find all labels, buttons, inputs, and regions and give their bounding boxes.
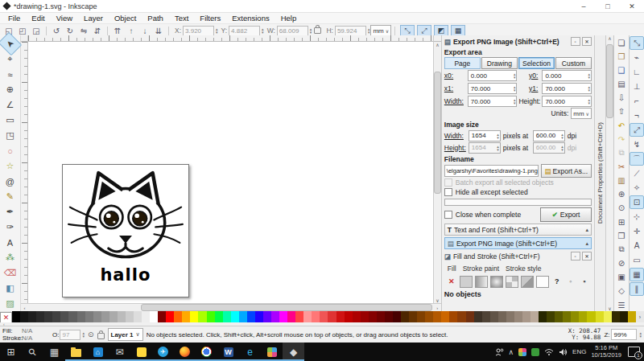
swatch-46[interactable] — [385, 311, 393, 322]
swatch-72[interactable] — [596, 311, 604, 322]
opacity-field[interactable]: 97 — [60, 330, 80, 340]
dock-scrollbar[interactable]: ∧ ∨ — [605, 35, 613, 311]
swatch-button[interactable] — [521, 276, 534, 288]
zoom-selection-button[interactable]: ⊕ — [614, 188, 629, 201]
unlink-clone-button[interactable]: ⊘ — [614, 257, 629, 270]
snap-bbox-edge-midpoints-toggle[interactable]: ⌐ — [630, 94, 644, 108]
tray-app-icon[interactable] — [518, 348, 526, 356]
flip-horizontal-icon[interactable]: ⇋ — [77, 26, 90, 36]
swatch-50[interactable] — [417, 311, 425, 322]
tool-rectangle[interactable]: ▭ — [1, 113, 19, 128]
x-field[interactable]: 3.920 — [183, 26, 214, 36]
lower-icon[interactable]: ↓ — [138, 26, 151, 36]
tool-text[interactable]: A — [1, 235, 19, 250]
swatch-73[interactable] — [604, 311, 612, 322]
menu-item-4[interactable]: Object — [109, 14, 142, 23]
swatch-67[interactable] — [555, 311, 563, 322]
lock-ratio-icon[interactable] — [314, 27, 321, 34]
snap-page-border-toggle[interactable]: ▭ — [630, 253, 644, 267]
swatch-5[interactable] — [52, 311, 60, 322]
swatch-68[interactable] — [563, 311, 571, 322]
open-document-button[interactable]: ❐ — [614, 50, 629, 63]
x-spinner[interactable]: ▴▾ — [216, 27, 218, 34]
swatch-48[interactable] — [401, 311, 409, 322]
drawing-page[interactable]: hallo — [62, 164, 189, 297]
x1-field[interactable]: 70.000▴▾ — [468, 83, 518, 94]
tool-paint-bucket[interactable]: ◧ — [1, 281, 19, 296]
flat-color-button[interactable] — [460, 276, 473, 288]
tool-spiral[interactable]: @ — [1, 174, 19, 189]
maximize-button[interactable]: □ — [596, 0, 620, 12]
tray-green-app-icon[interactable] — [531, 348, 539, 356]
panel-close-button[interactable]: ✕ — [582, 252, 592, 260]
w-spinner[interactable]: ▴▾ — [310, 27, 312, 34]
menu-item-5[interactable]: Path — [142, 14, 169, 23]
snap-grids-toggle[interactable]: ▦ — [630, 268, 644, 281]
paste-button[interactable]: ▥ — [614, 174, 629, 187]
export-area-drawing-button[interactable]: Drawing — [481, 57, 518, 69]
eka-app-button[interactable] — [261, 343, 283, 361]
select-all-layers-icon[interactable]: ◰ — [16, 26, 29, 36]
word-button[interactable]: W — [217, 343, 239, 361]
layer-visibility-icon[interactable]: ⊙ — [88, 330, 94, 338]
linear-gradient-button[interactable] — [475, 276, 488, 288]
swatch-75[interactable] — [620, 311, 628, 322]
snap-smooth-nodes-toggle[interactable]: ✧ — [630, 181, 644, 195]
snap-rotation-centers-toggle[interactable]: ✛ — [630, 224, 644, 238]
lower-to-bottom-icon[interactable]: ⇊ — [152, 26, 165, 36]
snap-cusp-nodes-toggle[interactable]: ⟋ — [630, 166, 644, 180]
radial-gradient-button[interactable] — [490, 276, 503, 288]
scroll-down-icon[interactable]: ∨ — [608, 306, 611, 311]
menu-item-9[interactable]: Help — [275, 14, 303, 23]
swatch-13[interactable] — [118, 311, 126, 322]
y-field[interactable]: 4.882 — [229, 26, 260, 36]
area-width-field[interactable]: 70.000▴▾ — [468, 96, 518, 107]
snap-paths-toggle[interactable]: ↯ — [630, 137, 644, 151]
wifi-icon[interactable] — [544, 348, 554, 356]
dpi-field[interactable]: 600.00▴▾ — [533, 130, 565, 142]
swatch-69[interactable] — [571, 311, 579, 322]
start-button[interactable]: ⊞ — [0, 343, 22, 361]
export-units-dropdown[interactable]: mm∨ — [571, 108, 592, 119]
file-explorer-button[interactable] — [65, 343, 87, 361]
snap-bbox-centers-toggle[interactable]: ¬ — [630, 109, 644, 122]
create-clone-button[interactable]: ⧉ — [614, 243, 629, 256]
swatch-18[interactable] — [158, 311, 166, 322]
layer-lock-icon[interactable] — [97, 333, 105, 339]
swatch-4[interactable] — [44, 311, 52, 322]
units-dropdown[interactable]: mm∨ — [370, 25, 391, 36]
new-document-button[interactable]: ❏ — [614, 36, 629, 49]
image-width-field[interactable]: 1654▴▾ — [469, 130, 501, 142]
snap-bbox-toggle[interactable]: ⌁ — [630, 51, 644, 64]
swatch-62[interactable] — [514, 311, 522, 322]
store-button[interactable]: ⌂ — [87, 343, 109, 361]
swatch-29[interactable] — [247, 311, 255, 322]
swatch-56[interactable] — [466, 311, 474, 322]
close-button[interactable]: ✕ — [620, 0, 644, 12]
swatch-36[interactable] — [303, 311, 312, 322]
swatch-17[interactable] — [150, 311, 158, 322]
export-button-small[interactable]: ⇧ — [614, 105, 629, 118]
tool-gradient[interactable]: ▨ — [1, 296, 19, 311]
snap-bbox-corners-toggle[interactable]: ⊥ — [630, 80, 644, 93]
swatch-43[interactable] — [361, 311, 369, 322]
tool-bezier[interactable]: ✒ — [1, 204, 19, 219]
clock[interactable]: 5:16 PM10/15/2019 — [591, 345, 621, 359]
scroll-up-icon[interactable]: ∧ — [608, 35, 611, 41]
export-png-panel-bar[interactable]: ▤ Export PNG Image (Shift+Ctrl+E) ▴ — [444, 237, 592, 249]
language-indicator[interactable]: ENG — [572, 348, 586, 355]
zoom-drawing-button[interactable]: ⊙ — [614, 202, 629, 215]
export-area-custom-button[interactable]: Custom — [555, 57, 592, 69]
swatch-15[interactable] — [134, 311, 142, 322]
tab-stroke-paint[interactable]: Stroke paint — [463, 265, 499, 273]
swatch-24[interactable] — [207, 311, 215, 322]
swatch-41[interactable] — [345, 311, 353, 322]
area-height-field[interactable]: 70.000▴▾ — [542, 96, 592, 107]
fill-stroke-panel-header[interactable]: ◪ Fill and Stroke (Shift+Ctrl+F) ▫ ✕ — [444, 251, 592, 261]
action-center-icon[interactable]: 1 — [628, 347, 640, 357]
swatch-31[interactable] — [263, 311, 271, 322]
volume-icon[interactable] — [559, 348, 568, 356]
zoom-spinner[interactable]: ▴▾ — [639, 331, 642, 338]
fill-value[interactable]: N/A — [22, 327, 49, 334]
swatch-54[interactable] — [449, 311, 457, 322]
